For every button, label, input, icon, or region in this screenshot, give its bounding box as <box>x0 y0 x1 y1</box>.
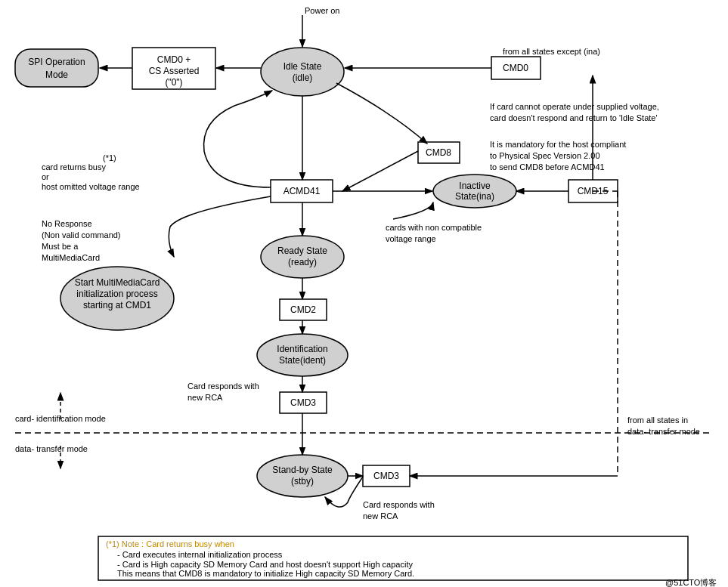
ready-label2: (ready) <box>288 257 317 267</box>
busy-back-arrow <box>204 91 273 187</box>
footnote-title: (*1) Note : Card returns busy when <box>106 539 234 548</box>
card-id-mode-text: card- identification mode <box>15 414 106 423</box>
voltage-note-line1: If card cannot operate under supplied vo… <box>490 102 659 111</box>
inactive-label1: Inactive <box>459 181 491 191</box>
standby-label2: (stby) <box>291 476 314 487</box>
cmd0-cs-label2: CS Asserted <box>149 66 200 76</box>
card-responds-upper-line2: new RCA <box>187 393 223 402</box>
start-mmc-label3: starting at CMD1 <box>83 300 151 310</box>
diagram-container: Idle State (idle) CMD0 + CS Asserted ("0… <box>0 0 728 587</box>
cmd3-lower-label: CMD3 <box>373 471 399 481</box>
power-on-label: Power on <box>305 6 339 15</box>
voltage-note-line2: card doesn't respond and return to 'Idle… <box>490 113 658 122</box>
cmd8-label: CMD8 <box>426 147 451 158</box>
footnote-line3: This means that CMD8 is mandatory to ini… <box>117 569 414 578</box>
spi-mode-label2: Mode <box>45 70 68 80</box>
footnote-ref1: (*1) <box>103 153 116 162</box>
non-compat-line2: voltage range <box>386 234 436 243</box>
card-busy-line1: card returns busy <box>42 162 106 171</box>
no-response-arrow <box>169 196 271 257</box>
watermark-text: @51CTO博客 <box>665 578 717 587</box>
from-all-transfer-line2: data- transfer mode <box>627 427 700 436</box>
idle-state-sublabel: (idle) <box>293 73 313 83</box>
card-responds-lower-line1: Card responds with <box>363 500 435 509</box>
cmd0-cs-label3: ("0") <box>165 77 182 88</box>
start-mmc-label2: initialization process <box>76 289 157 299</box>
card-responds-upper-line1: Card responds with <box>187 382 259 391</box>
card-busy-line3: host omitted voltage range <box>42 182 140 191</box>
spi-mode-label1: SPI Operation <box>28 57 85 67</box>
idle-to-cmd8-arrow <box>336 83 427 144</box>
card-busy-line2: or <box>42 172 49 181</box>
cmd0-cs-label1: CMD0 + <box>157 54 191 65</box>
standby-label1: Stand-by State <box>272 465 333 475</box>
cmd8-to-acmd41-area <box>342 151 418 191</box>
start-mmc-label1: Start MultiMediaCard <box>75 277 160 288</box>
no-response-line1: No Response <box>42 219 92 228</box>
footnote-line2: - Card is High capacity SD Memory Card a… <box>117 560 413 569</box>
cmd3-upper-label: CMD3 <box>290 397 316 408</box>
from-all-states-text: from all states except (ina) <box>503 47 600 56</box>
cmd0-right-label: CMD0 <box>503 63 528 73</box>
non-compat-line1: cards with non compatible <box>386 223 482 232</box>
ident-label1: Identification <box>277 344 327 354</box>
spi-mode-state <box>15 49 98 87</box>
card-responds-lower-line2: new RCA <box>363 511 398 521</box>
from-all-transfer-line1: from all states in <box>627 416 688 425</box>
acmd41-label: ACMD41 <box>283 186 321 196</box>
ready-label1: Ready State <box>277 246 327 256</box>
no-response-line3: Must be a <box>42 242 79 251</box>
data-transfer-mode-text: data- transfer mode <box>15 444 88 453</box>
no-response-line2: (Non valid command) <box>42 230 121 239</box>
mandatory-note-line2: to Physical Spec Version 2.00 <box>490 151 600 160</box>
idle-state-label: Idle State <box>283 61 322 72</box>
cmd2-label: CMD2 <box>290 304 316 315</box>
mandatory-note-line1: It is mandatory for the host compliant <box>490 140 626 149</box>
ident-label2: State(ident) <box>279 355 326 366</box>
inactive-label2: State(ina) <box>455 191 494 202</box>
non-compat-arrow <box>393 202 433 219</box>
mandatory-note-line3: to send CMD8 before ACMD41 <box>490 162 605 171</box>
no-response-line4: MultiMediaCard <box>42 253 100 262</box>
footnote-line1: - Card executes internal initialization … <box>117 550 283 559</box>
state-diagram-svg: Idle State (idle) CMD0 + CS Asserted ("0… <box>0 0 728 587</box>
